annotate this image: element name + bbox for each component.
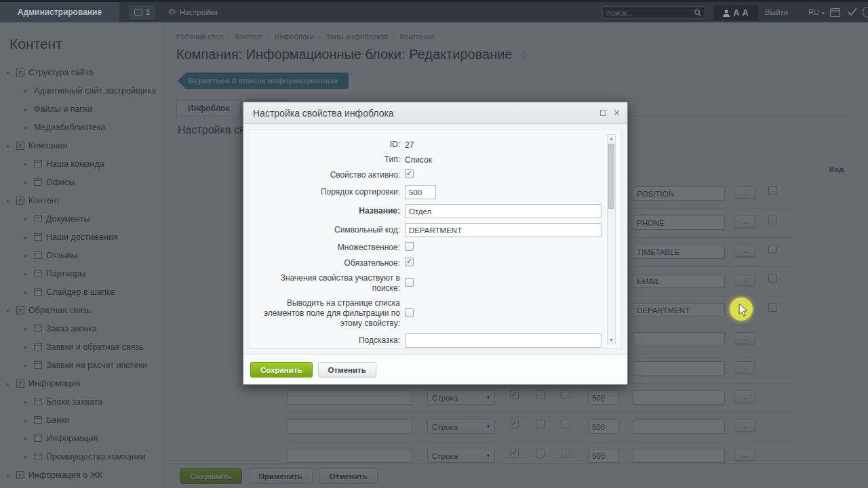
field-label: Порядок сортировки: <box>256 187 400 197</box>
tab-administration[interactable]: Администрирование <box>0 2 119 22</box>
field-value: 27 <box>405 140 598 150</box>
form-row: Символьный код: <box>256 223 598 237</box>
form-row: Подсказка: <box>256 333 598 348</box>
form-row: Значения свойства участвуют в поиске: <box>256 273 598 293</box>
dialog-scrollbar[interactable]: ▲ ▼ <box>607 134 616 344</box>
field-label: Символьный код: <box>256 225 400 235</box>
dialog-footer: Сохранить Отменить <box>243 354 627 384</box>
maximize-icon[interactable] <box>600 110 606 116</box>
dialog-cancel-button[interactable]: Отменить <box>318 362 376 378</box>
property-settings-dialog: Настройка свойства инфоблока ✕ ID:27Тип:… <box>243 102 628 385</box>
search-input[interactable] <box>607 9 694 17</box>
dialog-save-button[interactable]: Сохранить <box>250 362 313 378</box>
form-text-input[interactable] <box>405 204 601 218</box>
chevron-down-icon: ▾ <box>822 10 825 16</box>
notification-icon <box>134 9 142 16</box>
form-checkbox[interactable] <box>405 169 414 178</box>
dialog-title-bar[interactable]: Настройка свойства инфоблока ✕ <box>243 102 627 124</box>
form-row: Обязательное: <box>256 258 598 268</box>
form-text-input[interactable] <box>405 185 436 199</box>
form-row: Выводить на странице списка элементов по… <box>256 298 598 329</box>
close-icon[interactable]: ✕ <box>613 108 620 117</box>
check-icon[interactable] <box>848 7 857 16</box>
mouse-cursor <box>738 304 749 317</box>
field-value: Список <box>405 155 598 165</box>
form-checkbox[interactable] <box>405 308 414 317</box>
form-text-input[interactable] <box>405 333 601 348</box>
search-box <box>602 6 705 19</box>
field-label: Тип: <box>256 155 400 165</box>
field-label: Название: <box>256 206 400 216</box>
form-row: Свойство активно: <box>256 169 598 180</box>
field-label: Свойство активно: <box>256 170 400 180</box>
help-icon[interactable] <box>863 7 868 18</box>
settings-button[interactable]: ⚙Настройки <box>168 2 218 22</box>
field-label: Подсказка: <box>256 336 400 346</box>
form-row: Порядок сортировки: <box>256 185 598 199</box>
calendar-icon[interactable] <box>830 7 840 17</box>
logout-button[interactable]: Выйти <box>765 2 788 22</box>
notifications-badge[interactable]: 1 <box>129 5 155 20</box>
field-label: Обязательное: <box>256 258 400 268</box>
language-selector[interactable]: RU ▾ <box>808 2 825 22</box>
notification-count: 1 <box>146 8 150 16</box>
form-checkbox[interactable] <box>405 258 414 266</box>
field-label: ID: <box>256 140 400 150</box>
form-row: Тип:Список <box>256 155 598 165</box>
top-bar: Администрирование 1 ⚙Настройки A A Выйти… <box>0 0 868 22</box>
form-checkbox[interactable] <box>405 242 414 251</box>
scroll-down-icon[interactable]: ▼ <box>608 338 615 342</box>
font-size-control[interactable]: A A <box>713 5 758 20</box>
field-label: Значения свойства участвуют в поиске: <box>256 273 400 293</box>
form-row: ID:27 <box>256 140 598 150</box>
form-row: Множественное: <box>256 242 598 253</box>
form-row: Название: <box>256 204 598 218</box>
search-icon[interactable] <box>694 9 702 17</box>
dialog-form: ID:27Тип:СписокСвойство активно:Порядок … <box>249 129 622 349</box>
field-label: Множественное: <box>256 243 400 253</box>
field-label: Выводить на странице списка элементов по… <box>256 298 400 329</box>
user-icon <box>723 9 730 17</box>
scroll-up-icon[interactable]: ▲ <box>608 136 615 141</box>
font-size-label: A A <box>734 8 749 18</box>
dialog-title: Настройка свойства инфоблока <box>253 108 593 119</box>
gear-icon: ⚙ <box>168 7 176 17</box>
form-text-input[interactable] <box>405 223 601 237</box>
form-checkbox[interactable] <box>405 278 414 287</box>
scrollbar-thumb[interactable] <box>608 144 614 209</box>
